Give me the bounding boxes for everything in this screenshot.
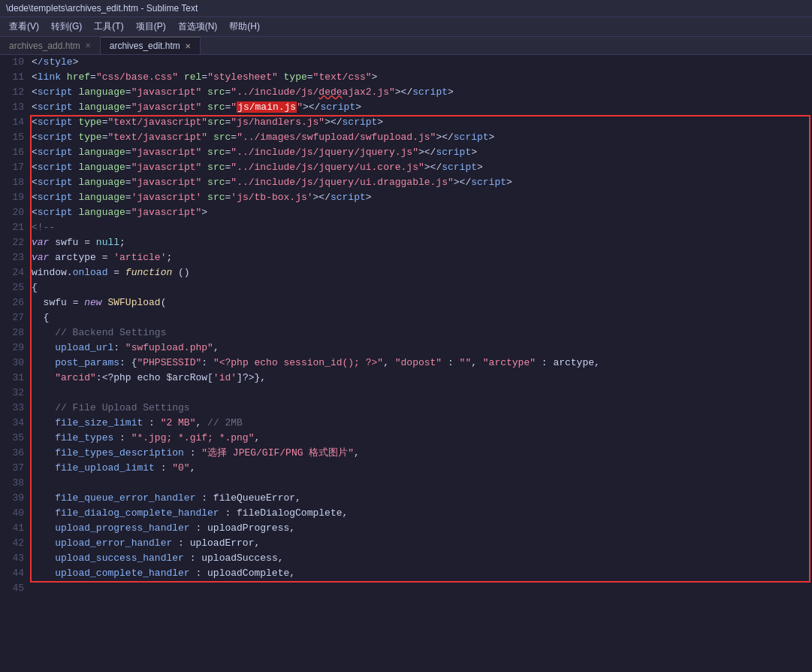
code-line-14: <script type="text/javascript"src="js/ha… <box>29 115 812 130</box>
code-line-30: post_params: {"PHPSESSID": "<?php echo s… <box>29 356 812 371</box>
code-line-12: <script language="javascript" src="../in… <box>29 85 812 100</box>
code-line-18: <script language="javascript" src="../in… <box>29 175 812 190</box>
ln-19: 19 <box>0 190 24 205</box>
ln-23: 23 <box>0 250 24 265</box>
code-line-11: <link href="css/base.css" rel="styleshee… <box>29 70 812 85</box>
code-content[interactable]: </style> <link href="css/base.css" rel="… <box>29 55 812 672</box>
ln-45: 45 <box>0 581 24 596</box>
ln-22: 22 <box>0 235 24 250</box>
ln-32: 32 <box>0 386 24 401</box>
tab-archives-add[interactable]: archives_add.htm ✕ <box>0 37 101 54</box>
code-line-36: file_types_description : "选择 JPEG/GIF/PN… <box>29 446 812 461</box>
title-bar: \dede\templets\archives_edit.htm - Subli… <box>0 0 812 17</box>
menu-help[interactable]: 帮助(H) <box>223 19 266 35</box>
ln-33: 33 <box>0 401 24 416</box>
code-line-42: upload_error_handler : uploadError, <box>29 536 812 551</box>
code-line-45 <box>29 581 812 596</box>
menu-preferences[interactable]: 首选项(N) <box>172 19 224 35</box>
code-line-21: <!-- <box>29 220 812 235</box>
code-line-31: "arcid":<?php echo $arcRow['id']?>}, <box>29 371 812 386</box>
code-line-16: <script language="javascript" src="../in… <box>29 145 812 160</box>
code-line-33: // File Upload Settings <box>29 401 812 416</box>
ln-27: 27 <box>0 310 24 325</box>
menu-goto[interactable]: 转到(G) <box>45 19 88 35</box>
ln-10: 10 <box>0 55 24 70</box>
ln-26: 26 <box>0 295 24 310</box>
ln-40: 40 <box>0 506 24 521</box>
code-line-22: var swfu = null; <box>29 235 812 250</box>
code-line-38 <box>29 476 812 491</box>
code-line-34: file_size_limit : "2 MB", // 2MB <box>29 416 812 431</box>
code-line-29: upload_url: "swfupload.php", <box>29 341 812 356</box>
code-line-35: file_types : "*.jpg; *.gif; *.png", <box>29 431 812 446</box>
ln-39: 39 <box>0 491 24 506</box>
tab-close-archives-add[interactable]: ✕ <box>85 41 91 50</box>
code-line-23: var arctype = 'article'; <box>29 250 812 265</box>
code-line-24: window.onload = function () <box>29 265 812 280</box>
ln-11: 11 <box>0 70 24 85</box>
ln-29: 29 <box>0 341 24 356</box>
code-line-32 <box>29 386 812 401</box>
ln-17: 17 <box>0 160 24 175</box>
ln-13: 13 <box>0 100 24 115</box>
ln-25: 25 <box>0 280 24 295</box>
ln-34: 34 <box>0 416 24 431</box>
ln-18: 18 <box>0 175 24 190</box>
ln-31: 31 <box>0 371 24 386</box>
ln-41: 41 <box>0 521 24 536</box>
ln-24: 24 <box>0 265 24 280</box>
ln-42: 42 <box>0 536 24 551</box>
code-line-39: file_queue_error_handler : fileQueueErro… <box>29 491 812 506</box>
ln-38: 38 <box>0 476 24 491</box>
code-line-19: <script language='javascript' src='js/tb… <box>29 190 812 205</box>
tab-label-archives-edit: archives_edit.htm <box>110 41 180 51</box>
ln-36: 36 <box>0 446 24 461</box>
ln-35: 35 <box>0 431 24 446</box>
code-line-17: <script language="javascript" src="../in… <box>29 160 812 175</box>
code-line-43: upload_success_handler : uploadSuccess, <box>29 551 812 566</box>
menu-view[interactable]: 查看(V) <box>3 19 45 35</box>
ln-44: 44 <box>0 566 24 581</box>
tab-label-archives-add: archives_add.htm <box>9 41 80 51</box>
code-line-13: <script language="javascript" src="js/ma… <box>29 100 812 115</box>
menu-project[interactable]: 项目(P) <box>130 19 172 35</box>
ln-30: 30 <box>0 356 24 371</box>
editor: 10 11 12 13 14 15 16 17 18 19 20 21 22 2… <box>0 55 812 672</box>
code-line-20: <script language="javascript"> <box>29 205 812 220</box>
code-line-37: file_upload_limit : "0", <box>29 461 812 476</box>
ln-43: 43 <box>0 551 24 566</box>
code-line-10: </style> <box>29 55 812 70</box>
code-line-44: upload_complete_handler : uploadComplete… <box>29 566 812 581</box>
ln-12: 12 <box>0 85 24 100</box>
ln-37: 37 <box>0 461 24 476</box>
code-line-25: { <box>29 280 812 295</box>
code-line-15: <script type="text/javascript" src="../i… <box>29 130 812 145</box>
code-line-28: // Backend Settings <box>29 325 812 341</box>
ln-14: 14 <box>0 115 24 130</box>
ln-20: 20 <box>0 205 24 220</box>
tab-bar: archives_add.htm ✕ archives_edit.htm ✕ <box>0 37 812 55</box>
menu-tools[interactable]: 工具(T) <box>88 19 129 35</box>
code-line-26: swfu = new SWFUpload( <box>29 295 812 310</box>
menu-bar: 查看(V) 转到(G) 工具(T) 项目(P) 首选项(N) 帮助(H) <box>0 17 812 37</box>
ln-15: 15 <box>0 130 24 145</box>
code-line-40: file_dialog_complete_handler : fileDialo… <box>29 506 812 521</box>
title-text: \dede\templets\archives_edit.htm - Subli… <box>6 3 198 14</box>
tab-close-archives-edit[interactable]: ✕ <box>185 42 191 50</box>
ln-28: 28 <box>0 325 24 341</box>
ln-16: 16 <box>0 145 24 160</box>
code-line-27: { <box>29 310 812 325</box>
ln-21: 21 <box>0 220 24 235</box>
code-line-41: upload_progress_handler : uploadProgress… <box>29 521 812 536</box>
line-numbers: 10 11 12 13 14 15 16 17 18 19 20 21 22 2… <box>0 55 29 672</box>
tab-archives-edit[interactable]: archives_edit.htm ✕ <box>101 37 201 54</box>
